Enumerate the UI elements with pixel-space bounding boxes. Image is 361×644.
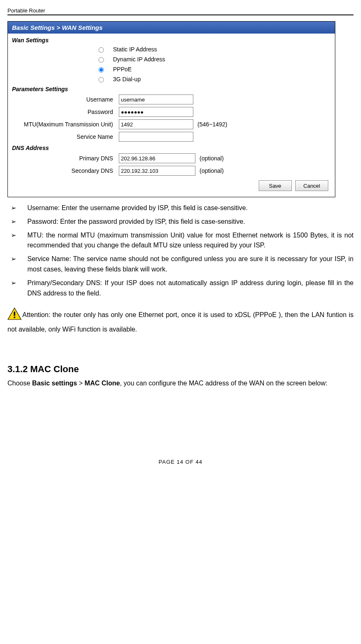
- radio-pppoe-row[interactable]: PPPoE: [96, 64, 333, 74]
- primary-dns-label: Primary DNS: [10, 155, 119, 162]
- para-text: Choose: [7, 380, 32, 387]
- mtu-label: MTU(Maximum Transmission Unit): [10, 121, 119, 128]
- page-footer: PAGE 14 OF 44: [7, 459, 354, 465]
- list-item: ➢ MTU: the normal MTU (maximum transmiss…: [7, 229, 354, 253]
- list-item: ➢ Password: Enter the password provided …: [7, 215, 354, 229]
- bullet-text: Primary/Secondary DNS: If your ISP does …: [27, 278, 354, 299]
- para-text: , you can configure the MAC address of t…: [120, 380, 327, 387]
- password-label: Password: [10, 109, 119, 115]
- attention-text: Attention: the router only has only one …: [7, 312, 354, 333]
- breadcrumb: Basic Settings > WAN Settings: [8, 22, 335, 34]
- secondary-dns-optional: (optional): [195, 167, 224, 174]
- bullet-icon: ➢: [7, 203, 27, 213]
- section-heading: 3.1.2 MAC Clone: [7, 364, 354, 375]
- cancel-button[interactable]: Cancel: [295, 180, 328, 191]
- mtu-input[interactable]: [119, 119, 193, 129]
- save-button[interactable]: Save: [259, 180, 292, 191]
- mtu-hint: (546~1492): [193, 121, 227, 128]
- doc-hr: [7, 15, 354, 15]
- bullet-list: ➢ Username: Enter the username provided …: [7, 201, 354, 300]
- section-paragraph: Choose Basic settings > MAC Clone, you c…: [7, 378, 354, 389]
- primary-dns-input[interactable]: [119, 153, 195, 163]
- radio-pppoe-label: PPPoE: [113, 66, 132, 73]
- radio-3g[interactable]: [99, 77, 104, 82]
- radio-dynamic-row[interactable]: Dynamic IP Address: [96, 54, 333, 64]
- para-bold: Basic settings: [32, 380, 77, 387]
- svg-rect-1: [14, 312, 15, 316]
- primary-dns-optional: (optional): [195, 155, 224, 162]
- wan-type-radio-group: Static IP Address Dynamic IP Address PPP…: [10, 44, 333, 84]
- svg-rect-2: [14, 317, 15, 318]
- service-label: Service Name: [10, 133, 119, 140]
- radio-dynamic-label: Dynamic IP Address: [113, 56, 165, 63]
- radio-3g-label: 3G Dial-up: [113, 76, 141, 82]
- secondary-dns-input[interactable]: [119, 166, 195, 176]
- bullet-text: MTU: the normal MTU (maximum transmissio…: [27, 230, 354, 251]
- service-input[interactable]: [119, 132, 193, 142]
- warning-icon: [7, 307, 22, 323]
- wan-settings-title: Wan Settings: [10, 35, 333, 44]
- radio-static-row[interactable]: Static IP Address: [96, 44, 333, 54]
- radio-static-label: Static IP Address: [113, 46, 157, 53]
- password-input[interactable]: [119, 107, 193, 117]
- para-text: >: [77, 380, 84, 387]
- radio-pppoe[interactable]: [99, 67, 104, 73]
- list-item: ➢ Primary/Secondary DNS: If your ISP doe…: [7, 276, 354, 300]
- bullet-icon: ➢: [7, 217, 27, 227]
- radio-static[interactable]: [99, 47, 104, 53]
- doc-header: Portable Router: [7, 7, 354, 14]
- bullet-text: Password: Enter the password provided by…: [27, 217, 354, 227]
- bullet-text: Username: Enter the username provided by…: [27, 203, 354, 213]
- settings-screenshot: Basic Settings > WAN Settings Wan Settin…: [7, 21, 335, 197]
- dns-title: DNS Address: [10, 143, 333, 152]
- para-bold: MAC Clone: [84, 380, 120, 387]
- bullet-icon: ➢: [7, 230, 27, 241]
- params-title: Parameters Settings: [10, 84, 333, 93]
- username-input[interactable]: [119, 94, 193, 104]
- bullet-text: Service Name: The service name should no…: [27, 254, 354, 275]
- attention-block: Attention: the router only has only one …: [7, 307, 354, 334]
- bullet-icon: ➢: [7, 254, 27, 264]
- secondary-dns-label: Secondary DNS: [10, 167, 119, 174]
- list-item: ➢ Username: Enter the username provided …: [7, 201, 354, 215]
- bullet-icon: ➢: [7, 278, 27, 288]
- radio-3g-row[interactable]: 3G Dial-up: [96, 74, 333, 84]
- username-label: Username: [10, 96, 119, 103]
- radio-dynamic[interactable]: [99, 57, 104, 63]
- list-item: ➢ Service Name: The service name should …: [7, 252, 354, 276]
